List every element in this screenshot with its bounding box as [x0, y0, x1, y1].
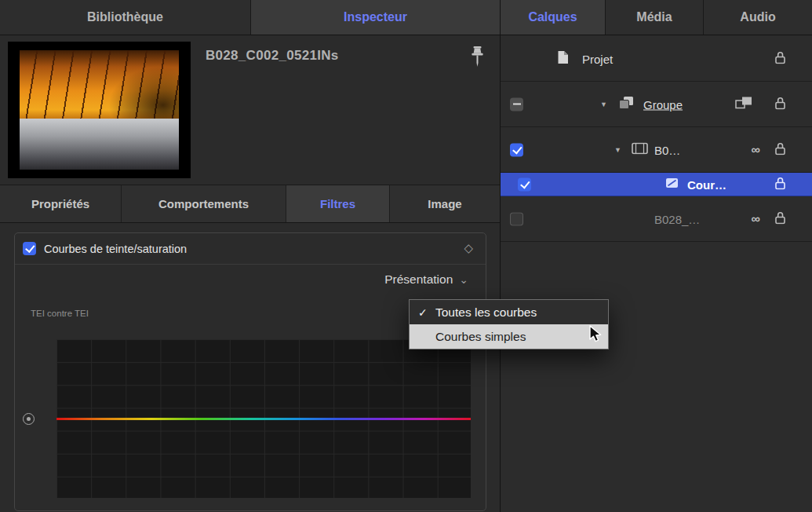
- chevron-down-icon: ⌄: [459, 275, 468, 284]
- filter-enabled-checkbox[interactable]: [23, 242, 36, 255]
- layers-panel: Projet ▼ Groupe: [501, 36, 812, 512]
- link-icon[interactable]: ∞: [752, 212, 760, 226]
- layer-name: B028_…: [654, 212, 700, 225]
- layer-row-projet[interactable]: Projet: [501, 36, 812, 82]
- inspector-header: B028_C002_0521INs: [0, 36, 500, 185]
- layer-row-courbes[interactable]: Cour…: [501, 173, 812, 196]
- menu-item-toutes-les-courbes[interactable]: ✓ Toutes les courbes: [410, 300, 608, 324]
- mouse-cursor: [587, 324, 604, 346]
- layer-checkbox[interactable]: [510, 212, 523, 225]
- tab-bibliotheque[interactable]: Bibliothèque: [0, 0, 251, 35]
- lock-icon[interactable]: [774, 141, 786, 158]
- lock-icon[interactable]: [774, 50, 786, 67]
- filter-name: Courbes de teinte/saturation: [44, 243, 187, 255]
- presentation-label: Présentation: [384, 272, 453, 287]
- pin-icon[interactable]: [470, 46, 485, 72]
- lock-icon[interactable]: [774, 96, 786, 112]
- panels-tabbar: Calques Média Audio: [501, 0, 812, 35]
- tab-calques-label: Calques: [528, 10, 577, 24]
- link-icon[interactable]: ∞: [752, 143, 760, 157]
- layer-row-groupe[interactable]: ▼ Groupe: [501, 82, 812, 127]
- tab-proprietes-label: Propriétés: [31, 197, 89, 210]
- filter-section: Courbes de teinte/saturation ◇ Présentat…: [14, 232, 486, 511]
- layer-name: Cour…: [687, 177, 726, 191]
- tab-comportements-label: Comportements: [158, 197, 249, 210]
- layer-name: Projet: [582, 52, 613, 65]
- tab-media[interactable]: Média: [606, 0, 704, 35]
- layer-row-b0[interactable]: ▼ B0… ∞: [501, 127, 812, 173]
- curve-graph[interactable]: [56, 338, 472, 499]
- layer-name: Groupe: [643, 97, 683, 111]
- tab-filtres[interactable]: Filtres: [286, 185, 390, 222]
- tab-comportements[interactable]: Comportements: [122, 185, 286, 222]
- inspector-library-tabbar: Bibliothèque Inspecteur: [0, 0, 500, 35]
- filter-icon: [665, 177, 679, 192]
- menu-item-courbes-simples[interactable]: Courbes simples: [410, 324, 608, 349]
- layer-name: B0…: [654, 143, 680, 156]
- menu-checkmark-icon: ✓: [418, 306, 428, 319]
- tab-image-label: Image: [428, 197, 461, 210]
- curve-solo-radio[interactable]: [23, 413, 35, 425]
- tab-bibliotheque-label: Bibliothèque: [87, 10, 163, 24]
- presentation-menu: ✓ Toutes les courbes Courbes simples: [409, 299, 609, 349]
- tab-inspecteur[interactable]: Inspecteur: [251, 0, 500, 35]
- project-document-icon: [557, 50, 569, 68]
- clip-preview-image: [20, 50, 179, 170]
- menu-item-label: Courbes simples: [435, 330, 526, 344]
- layer-checkbox[interactable]: [510, 143, 523, 156]
- graph-axis-label: TEI contre TEI: [31, 309, 89, 318]
- tab-audio-label: Audio: [740, 10, 775, 24]
- tab-inspecteur-label: Inspecteur: [344, 10, 407, 24]
- clip-title: B028_C002_0521INs: [206, 48, 339, 64]
- layer-row-b028[interactable]: B028_… ∞: [501, 196, 812, 242]
- layer-checkbox[interactable]: [510, 97, 523, 111]
- layer-checkbox[interactable]: [518, 177, 531, 191]
- lock-icon[interactable]: [774, 210, 786, 227]
- inspector-tabbar: Propriétés Comportements Filtres Image: [0, 185, 500, 223]
- tab-proprietes[interactable]: Propriétés: [0, 185, 122, 222]
- keyframe-diamond-icon[interactable]: ◇: [464, 241, 473, 255]
- frames-icon: [735, 96, 752, 112]
- presentation-dropdown[interactable]: Présentation ⌄: [384, 272, 468, 287]
- motion-window: Bibliothèque Inspecteur Calques Média Au…: [0, 0, 812, 512]
- tab-image[interactable]: Image: [390, 185, 500, 222]
- tab-calques[interactable]: Calques: [501, 0, 606, 35]
- tab-audio[interactable]: Audio: [704, 0, 812, 35]
- disclosure-triangle-icon[interactable]: ▼: [614, 146, 621, 154]
- tab-filtres-label: Filtres: [320, 197, 355, 210]
- lock-icon[interactable]: [774, 176, 786, 192]
- disclosure-triangle-icon[interactable]: ▼: [600, 101, 607, 108]
- tab-media-label: Média: [636, 10, 672, 24]
- filter-header-row: Courbes de teinte/saturation ◇: [15, 233, 486, 265]
- group-icon: [618, 95, 635, 113]
- clip-preview: [8, 42, 191, 178]
- hue-curve-line[interactable]: [56, 418, 471, 420]
- film-clip-icon: [632, 142, 648, 157]
- menu-item-label: Toutes les courbes: [435, 305, 537, 320]
